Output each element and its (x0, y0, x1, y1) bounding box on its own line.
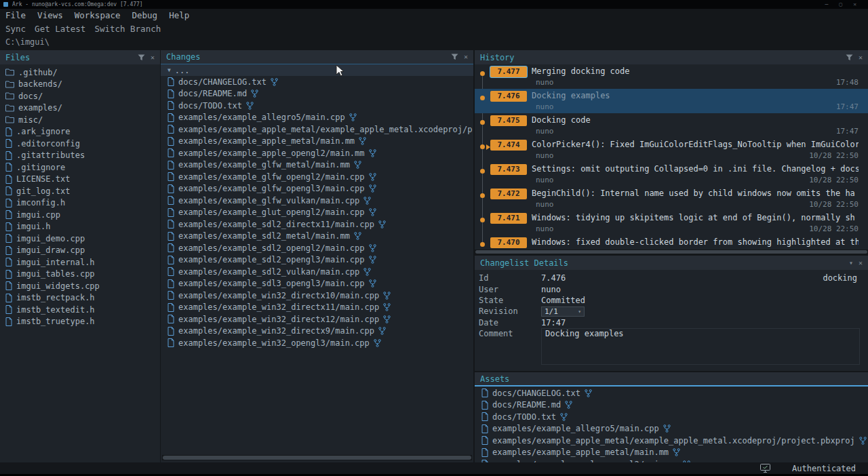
file-tree-item[interactable]: imstb_rectpack.h (0, 292, 160, 304)
changed-file-row[interactable]: docs/CHANGELOG.txt (161, 76, 473, 88)
auth-status: Authenticated (792, 464, 856, 473)
changed-file-row[interactable]: examples/example_win32_opengl3/main.cpp (161, 337, 473, 349)
file-tree-item[interactable]: git_log.txt (0, 185, 160, 197)
file-tree-item[interactable]: imgui_draw.cpp (0, 245, 160, 257)
menu-item[interactable]: Views (37, 10, 63, 20)
filter-icon[interactable] (846, 54, 853, 61)
menu-item[interactable]: Help (169, 10, 189, 20)
file-tree-item[interactable]: examples/ (0, 102, 160, 115)
changed-file-row[interactable]: examples/example_apple_metal/example_app… (161, 123, 473, 136)
date-value: 17:47 (541, 318, 566, 328)
menu-item[interactable]: Debug (132, 10, 157, 20)
file-tree-item[interactable]: .gitignore (0, 161, 160, 174)
close-button[interactable]: ✕ (853, 1, 856, 7)
history-commit-row[interactable]: 7.474 ColorPicker4(): Fixed ImGuiColorEd… (475, 138, 868, 162)
file-tree-item[interactable]: imgui_widgets.cpp (0, 280, 160, 292)
history-commit-row[interactable]: 7.470 Windows: fixed double-clicked bord… (475, 235, 868, 250)
changed-file-row[interactable]: examples/example_win32_directx10/main.cp… (161, 290, 473, 302)
changed-file-row[interactable]: examples/example_allegro5/main.cpp (161, 112, 473, 124)
file-name: imgui_draw.cpp (16, 245, 85, 255)
close-panel-icon[interactable]: ✕ (464, 54, 468, 60)
changed-file-row[interactable]: docs/CHANGELOG.txt (475, 387, 868, 399)
filter-icon[interactable] (451, 54, 458, 60)
detail-row-date: Date 17:47 (479, 317, 861, 328)
toolbar-button[interactable]: Get Latest (35, 24, 85, 34)
file-tree-item[interactable]: .editorconfig (0, 138, 160, 150)
changed-file-row[interactable]: docs/TODO.txt (161, 100, 473, 112)
changed-file-row[interactable]: examples/example_apple_metal/example_app… (475, 435, 868, 447)
changes-expand-row[interactable]: ▼ ... (161, 64, 473, 76)
minimize-button[interactable]: ─ (825, 1, 829, 7)
history-commit-row[interactable]: 7.477 Merging docking code nuno 17:48 (475, 64, 868, 89)
filter-icon[interactable] (138, 54, 145, 61)
file-tree-item[interactable]: imstb_textedit.h (0, 304, 160, 316)
file-tree-item[interactable]: backends/ (0, 79, 160, 91)
changed-file-row[interactable]: examples/example_sdl2_opengl2/main.cpp (161, 242, 473, 254)
file-tree-item[interactable]: imgui.h (0, 221, 160, 233)
changed-file-path: docs/CHANGELOG.txt (178, 77, 267, 87)
file-tree-item[interactable]: imstb_truetype.h (0, 316, 160, 328)
changed-file-row[interactable]: examples/example_glfw_vulkan/main.cpp (161, 195, 473, 207)
file-icon (167, 184, 174, 193)
close-panel-icon[interactable]: ✕ (859, 54, 863, 61)
changed-file-row[interactable]: examples/example_win32_directx11/main.cp… (161, 302, 473, 314)
file-icon (5, 258, 12, 266)
changed-file-row[interactable]: docs/README.md (475, 399, 868, 412)
changed-file-row[interactable]: examples/example_apple_metal/main.mm (161, 136, 473, 148)
menu-item[interactable]: Workspace (75, 10, 121, 20)
scrollbar-thumb[interactable] (163, 456, 471, 460)
changed-file-row[interactable]: examples/example_sdl2_vulkan/main.cpp (161, 266, 473, 278)
maximize-button[interactable]: ▢ (839, 1, 842, 7)
file-name: backends/ (18, 79, 62, 89)
file-tree-item[interactable]: .ark_ignore (0, 126, 160, 138)
scrollbar-thumb[interactable] (475, 250, 867, 254)
file-tree-item[interactable]: imgui.cpp (0, 209, 160, 221)
history-commit-row[interactable]: 7.471 Windows: tidying up skipitems logi… (475, 211, 868, 235)
file-tree-item[interactable]: imgui_demo.cpp (0, 233, 160, 245)
file-tree-item[interactable]: imconfig.h (0, 197, 160, 210)
changed-file-row[interactable]: examples/example_apple_metal/main.mm (475, 447, 868, 459)
history-commit-row[interactable]: 7.473 Settings: omit outputing Collapsed… (475, 162, 868, 186)
revision-badge: 7.476 (490, 91, 527, 102)
file-tree-item[interactable]: .github/ (0, 66, 160, 79)
branch-icon (369, 208, 376, 216)
history-commit-row[interactable]: 7.472 BeginChild(): Internal name used b… (475, 186, 868, 211)
changed-file-row[interactable]: examples/example_glfw_opengl2/main.cpp (161, 171, 473, 183)
revision-dropdown[interactable]: 1/1 ▾ (541, 306, 585, 317)
changed-file-row[interactable]: docs/TODO.txt (475, 411, 868, 423)
changed-file-row[interactable]: examples/example_glut_opengl2/main.cpp (161, 207, 473, 219)
file-tree-item[interactable]: imgui_tables.cpp (0, 269, 160, 281)
chevron-down-icon[interactable]: ▾ (849, 260, 853, 266)
toolbar-button[interactable]: Switch Branch (94, 24, 161, 34)
changed-file-row[interactable]: docs/README.md (161, 88, 473, 100)
file-tree-item[interactable]: imgui_internal.h (0, 256, 160, 269)
changed-file-row[interactable]: examples/example_glfw_metal/main.mm (161, 159, 473, 172)
changed-file-row[interactable]: examples/example_sdl3_opengl3/main.cpp (161, 278, 473, 290)
changed-file-path: examples/example_win32_opengl3/main.cpp (178, 338, 370, 348)
history-commit-row[interactable]: 7.475 Docking code nuno 17:47 (475, 113, 868, 138)
file-tree-item[interactable]: LICENSE.txt (0, 174, 160, 186)
commit-title: Docking code (532, 115, 859, 127)
changed-file-row[interactable]: examples/example_allegro5/main.cpp (475, 423, 868, 435)
changed-file-row[interactable]: examples/example_apple_opengl2/main.mm (161, 147, 473, 159)
chevron-down-icon: ▾ (578, 309, 581, 315)
history-commit-row[interactable]: 7.476 Docking examples nuno 17:47 (475, 89, 868, 113)
close-panel-icon[interactable]: ✕ (859, 260, 863, 266)
branch-icon (565, 401, 572, 409)
close-panel-icon[interactable]: ✕ (151, 54, 155, 61)
detail-row-revision: Revision 1/1 ▾ (479, 306, 861, 317)
file-tree-item[interactable]: misc/ (0, 114, 160, 126)
toolbar-button[interactable]: Sync (5, 24, 26, 34)
file-name: .ark_ignore (16, 127, 70, 136)
changed-file-row[interactable]: examples/example_glfw_opengl3/main.cpp (161, 183, 473, 195)
history-panel: History ✕ 7.477 Merging docking code nun… (475, 50, 868, 254)
changed-file-row[interactable]: examples/example_sdl2_metal/main.mm (161, 231, 473, 243)
changed-file-row[interactable]: examples/example_win32_directx9/main.cpp (161, 325, 473, 338)
branch-icon (369, 256, 376, 264)
menu-item[interactable]: File (5, 10, 26, 20)
file-tree-item[interactable]: docs/ (0, 90, 160, 102)
file-tree-item[interactable]: .gitattributes (0, 150, 160, 162)
changed-file-row[interactable]: examples/example_win32_directx12/main.cp… (161, 313, 473, 325)
changed-file-row[interactable]: examples/example_sdl2_directx11/main.cpp (161, 218, 473, 231)
changed-file-row[interactable]: examples/example_sdl2_opengl3/main.cpp (161, 254, 473, 266)
